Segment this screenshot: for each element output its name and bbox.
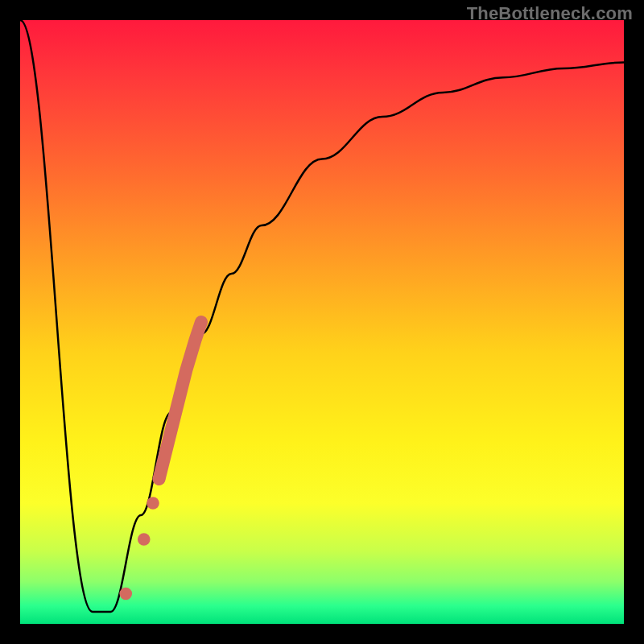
plot-area [20,20,624,624]
marker-dot [153,473,166,485]
marker-dot [147,497,159,510]
bottleneck-curve-svg [20,20,624,624]
chart-frame: TheBottleneck.com [0,0,644,644]
marker-dot [138,533,151,546]
marker-dot [119,588,132,601]
bottleneck-curve-path [20,20,624,612]
marker-band-path [159,322,202,479]
marker-dots [119,473,165,600]
attribution-watermark: TheBottleneck.com [467,3,633,24]
